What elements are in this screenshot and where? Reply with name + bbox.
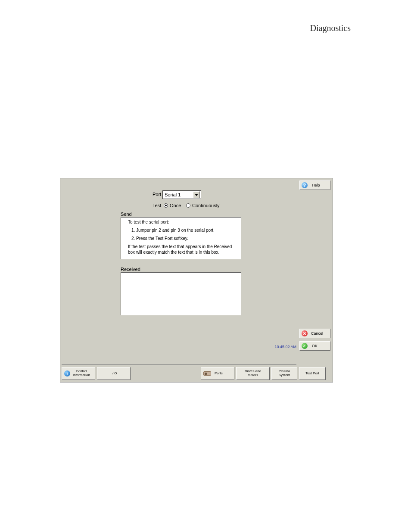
softkey-plasma-system[interactable]: Plasma System bbox=[271, 367, 297, 380]
svg-marker-0 bbox=[195, 194, 198, 196]
test-label: Test bbox=[153, 203, 161, 208]
page-title: Diagnostics bbox=[310, 23, 351, 33]
softkey-spacer bbox=[132, 367, 199, 380]
radio-once-label: Once bbox=[170, 203, 181, 208]
help-icon: ? bbox=[302, 182, 308, 188]
softkey-test-port[interactable]: Test Port bbox=[299, 367, 326, 380]
received-label: Received bbox=[121, 267, 140, 272]
radio-icon bbox=[164, 203, 168, 208]
ok-icon: ✓ bbox=[302, 343, 308, 349]
port-icon bbox=[203, 371, 211, 376]
clock: 10:45:02 AM bbox=[274, 345, 296, 349]
ok-button[interactable]: ✓ OK bbox=[299, 341, 330, 351]
help-button[interactable]: ? Help bbox=[299, 180, 330, 190]
send-step1: 1. Jumper pin 2 and pin 3 on the serial … bbox=[124, 227, 238, 233]
softkey-ports[interactable]: Ports bbox=[201, 367, 234, 380]
port-value: Serial 1 bbox=[163, 192, 193, 197]
softkey-control-information[interactable]: i Control Information bbox=[62, 367, 95, 380]
send-textbox[interactable]: To test the serial port: 1. Jumper pin 2… bbox=[121, 217, 241, 259]
port-select[interactable]: Serial 1 bbox=[162, 190, 201, 199]
radio-once[interactable]: Once bbox=[164, 203, 181, 208]
softkey-label: Control Information bbox=[73, 370, 90, 377]
cancel-icon: ✕ bbox=[302, 330, 308, 336]
send-note: If the test passes the text that appears… bbox=[124, 244, 238, 255]
softkey-label: Ports bbox=[215, 372, 223, 376]
ok-label: OK bbox=[312, 344, 318, 348]
softkey-bar: i Control Information I / O Ports Drives… bbox=[62, 367, 326, 380]
softkey-label: Plasma System bbox=[279, 370, 290, 377]
softkey-io[interactable]: I / O bbox=[97, 367, 131, 380]
softkey-label: I / O bbox=[110, 372, 117, 376]
cancel-label: Cancel bbox=[311, 331, 323, 336]
send-intro: To test the serial port: bbox=[124, 219, 238, 225]
help-label: Help bbox=[312, 183, 320, 187]
softkey-drives-motors[interactable]: Drives and Motors bbox=[236, 367, 270, 380]
received-textbox[interactable] bbox=[121, 272, 241, 315]
softkey-label: Drives and Motors bbox=[245, 370, 261, 377]
radio-continuously-label: Continuously bbox=[192, 203, 220, 208]
softkey-label: Test Port bbox=[305, 372, 319, 376]
diagnostics-window: ? Help Port Serial 1 Test Once Continuou… bbox=[60, 178, 333, 383]
radio-continuously[interactable]: Continuously bbox=[186, 203, 220, 208]
radio-icon bbox=[186, 203, 190, 208]
cancel-button[interactable]: ✕ Cancel bbox=[299, 329, 330, 338]
send-step2: 2. Press the Test Port softkey. bbox=[124, 236, 238, 241]
dropdown-icon bbox=[193, 191, 200, 198]
info-icon: i bbox=[64, 370, 70, 376]
divider bbox=[62, 364, 296, 365]
port-label: Port bbox=[153, 192, 161, 197]
send-label: Send bbox=[121, 212, 132, 217]
